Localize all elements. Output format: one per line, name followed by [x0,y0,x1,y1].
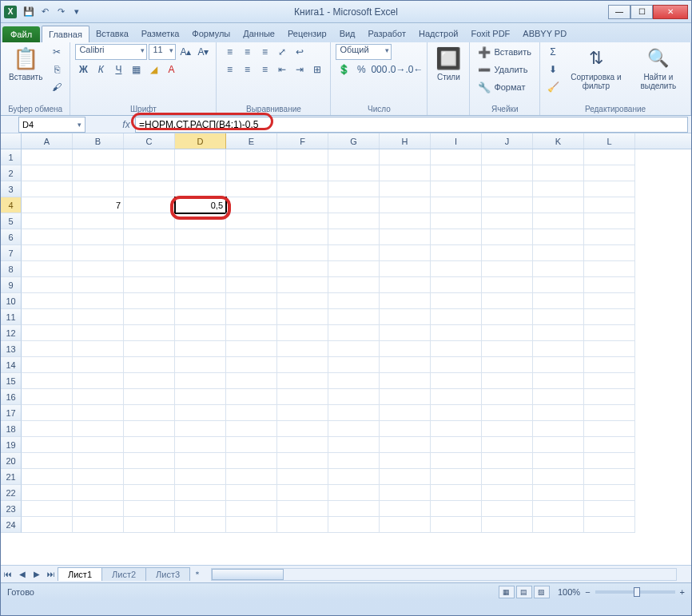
sheet-tab[interactable]: Лист2 [101,567,146,581]
cell-L2[interactable] [584,165,635,181]
maximize-button[interactable]: ☐ [630,5,653,19]
cell-A16[interactable] [22,389,73,405]
row-header[interactable]: 5 [1,213,22,229]
cell-G4[interactable] [328,197,380,213]
tab-главная[interactable]: Главная [42,26,89,42]
cell-B3[interactable] [73,181,124,197]
qat-dropdown-icon[interactable]: ▾ [70,5,84,19]
cell-G16[interactable] [328,389,380,405]
cell-L5[interactable] [584,213,635,229]
cell-F16[interactable] [277,389,328,405]
cell-B6[interactable] [73,229,124,245]
cell-F15[interactable] [277,373,328,389]
cell-L24[interactable] [584,517,635,533]
cell-E1[interactable] [226,149,277,165]
cell-L19[interactable] [584,437,635,453]
cell-L9[interactable] [584,277,635,293]
sheet-tab[interactable]: Лист3 [145,567,190,581]
cell-F9[interactable] [277,277,328,293]
column-header[interactable]: E [226,133,277,149]
sheet-tab[interactable]: Лист1 [58,567,102,581]
decrease-decimal-icon[interactable]: .0← [406,62,422,77]
cell-E21[interactable] [226,469,277,485]
cell-B4[interactable]: 7 [73,197,124,213]
redo-icon[interactable]: ↷ [54,5,68,19]
cell-A11[interactable] [22,309,73,325]
cell-H6[interactable] [380,229,431,245]
cell-A19[interactable] [22,437,73,453]
cell-H3[interactable] [380,181,431,197]
cell-B10[interactable] [73,293,124,309]
cell-B5[interactable] [73,213,124,229]
column-header[interactable]: A [22,133,73,149]
tab-формулы[interactable]: Формулы [185,26,237,42]
cell-D14[interactable] [175,357,226,373]
cell-J1[interactable] [482,149,533,165]
zoom-in-icon[interactable]: + [680,587,685,597]
cell-D7[interactable] [175,245,226,261]
cell-A18[interactable] [22,421,73,437]
cell-D15[interactable] [175,373,226,389]
cell-L23[interactable] [584,501,635,517]
cell-F10[interactable] [277,293,328,309]
column-header[interactable]: B [73,133,124,149]
tab-разработ[interactable]: Разработ [362,26,412,42]
cell-G24[interactable] [328,517,380,533]
bold-button[interactable]: Ж [75,62,91,77]
cell-F21[interactable] [277,469,328,485]
row-header[interactable]: 12 [1,325,22,341]
cell-B20[interactable] [73,453,124,469]
zoom-slider[interactable] [595,590,675,594]
cell-B8[interactable] [73,261,124,277]
cell-I4[interactable] [431,197,482,213]
cell-B9[interactable] [73,277,124,293]
sort-filter-button[interactable]: ⇅ Сортировка и фильтр [564,44,628,92]
percent-icon[interactable]: % [353,62,369,77]
cell-K17[interactable] [533,405,584,421]
cell-K9[interactable] [533,277,584,293]
cell-F11[interactable] [277,309,328,325]
row-header[interactable]: 22 [1,485,22,501]
cell-E15[interactable] [226,373,277,389]
cell-H20[interactable] [380,453,431,469]
cell-K23[interactable] [533,501,584,517]
cell-J22[interactable] [482,485,533,501]
cell-J19[interactable] [482,437,533,453]
view-normal-icon[interactable]: ▦ [499,586,515,598]
cell-L16[interactable] [584,389,635,405]
cell-B15[interactable] [73,373,124,389]
align-left-icon[interactable]: ≡ [221,62,237,77]
cell-C20[interactable] [124,453,175,469]
undo-icon[interactable]: ↶ [38,5,52,19]
cell-H24[interactable] [380,517,431,533]
cell-I11[interactable] [431,309,482,325]
cell-F5[interactable] [277,213,328,229]
cell-K8[interactable] [533,261,584,277]
cell-J4[interactable] [482,197,533,213]
cell-E7[interactable] [226,245,277,261]
cell-I3[interactable] [431,181,482,197]
format-painter-icon[interactable]: 🖌 [49,79,65,95]
cell-L13[interactable] [584,341,635,357]
cell-I16[interactable] [431,389,482,405]
cell-C17[interactable] [124,405,175,421]
cell-D9[interactable] [175,277,226,293]
cell-L4[interactable] [584,197,635,213]
align-right-icon[interactable]: ≡ [257,62,272,77]
cell-D16[interactable] [175,389,226,405]
cell-L21[interactable] [584,469,635,485]
cell-E23[interactable] [226,501,277,517]
cell-J16[interactable] [482,389,533,405]
cell-J12[interactable] [482,325,533,341]
cell-I2[interactable] [431,165,482,181]
cell-H5[interactable] [380,213,431,229]
cell-K2[interactable] [533,165,584,181]
cell-D1[interactable] [175,149,226,165]
cell-D21[interactable] [175,469,226,485]
cell-C19[interactable] [124,437,175,453]
align-bottom-icon[interactable]: ≡ [257,44,272,60]
cell-G10[interactable] [328,293,380,309]
font-name-combo[interactable]: Calibri [75,44,147,60]
cell-H22[interactable] [380,485,431,501]
cell-F17[interactable] [277,405,328,421]
